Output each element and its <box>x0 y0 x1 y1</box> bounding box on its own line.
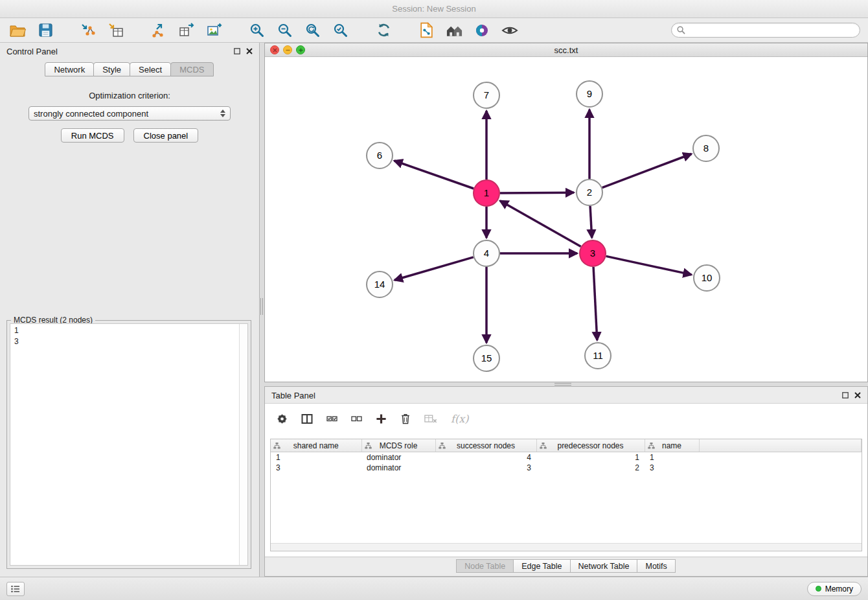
control-panel-title: Control Panel <box>6 47 58 56</box>
save-session-button[interactable] <box>36 21 55 40</box>
deselect-all-rows-button[interactable] <box>351 411 362 426</box>
style-brush-icon <box>474 23 490 38</box>
graph-edge-1-6[interactable] <box>394 161 474 189</box>
window-zoom-button[interactable] <box>296 45 305 54</box>
control-panel: Control Panel Network Style Select MCDS <box>0 43 260 577</box>
search-box[interactable] <box>671 23 860 38</box>
zoom-fit-button[interactable] <box>303 21 323 40</box>
table-horizontal-scrollbar[interactable] <box>271 543 862 551</box>
plus-icon <box>376 413 387 424</box>
function-builder-button[interactable]: f(x) <box>451 411 468 426</box>
memory-button[interactable]: Memory <box>807 582 862 596</box>
horizontal-splitter[interactable] <box>554 383 571 386</box>
run-mcds-button[interactable]: Run MCDS <box>61 128 124 143</box>
graph-edge-4-14[interactable] <box>394 257 474 280</box>
close-table-panel-button[interactable] <box>854 392 861 398</box>
network-canvas[interactable]: 7968124314101511 <box>265 57 867 382</box>
tab-mcds[interactable]: MCDS <box>170 62 213 76</box>
result-scrollbar[interactable] <box>239 324 247 565</box>
vertical-splitter[interactable] <box>260 298 263 315</box>
create-column-button[interactable] <box>376 411 387 426</box>
tab-node-table[interactable]: Node Table <box>456 559 514 573</box>
column-header-mcds-role[interactable]: MCDS role <box>361 439 435 452</box>
column-header-predecessor-nodes[interactable]: predecessor nodes <box>536 439 645 452</box>
graph-edge-3-11[interactable] <box>593 267 597 340</box>
application-window: Session: New Session <box>0 0 868 600</box>
apply-layout-button[interactable] <box>374 21 393 40</box>
column-type-icon <box>439 443 446 449</box>
table-panel-tabs: Node Table Edge Table Network Table Moti… <box>265 559 867 573</box>
delete-column-button[interactable] <box>400 411 411 426</box>
close-panel-action-button[interactable]: Close panel <box>133 128 199 143</box>
tab-edge-table[interactable]: Edge Table <box>513 559 570 573</box>
tab-network-table[interactable]: Network Table <box>570 559 638 573</box>
open-session-button[interactable] <box>8 21 27 40</box>
document-network-icon <box>419 22 434 38</box>
cell-predecessor-nodes[interactable]: 1 <box>536 452 645 463</box>
graph-node-label: 11 <box>593 350 603 361</box>
table-settings-button[interactable] <box>277 411 288 426</box>
table-row[interactable]: 1 dominator 4 1 1 <box>271 452 862 463</box>
zoom-selected-button[interactable] <box>331 21 350 40</box>
home-button[interactable] <box>444 21 464 40</box>
column-type-icon <box>365 443 372 449</box>
dropdown-stepper-icon <box>220 110 225 117</box>
tab-style[interactable]: Style <box>93 62 130 76</box>
column-header-name[interactable]: name <box>645 439 699 452</box>
graph-edge-1-2[interactable] <box>500 192 574 193</box>
cell-name[interactable]: 3 <box>645 463 699 473</box>
cell-successor-nodes[interactable]: 3 <box>435 463 536 473</box>
float-panel-button[interactable] <box>234 48 240 54</box>
graph-edge-3-1[interactable] <box>500 201 581 247</box>
apply-style-button[interactable] <box>472 21 492 40</box>
zoom-out-button[interactable] <box>275 21 295 40</box>
cell-predecessor-nodes[interactable]: 2 <box>536 463 645 473</box>
cell-successor-nodes[interactable]: 4 <box>435 452 536 463</box>
cell-mcds-role[interactable]: dominator <box>361 463 435 473</box>
status-menu-button[interactable] <box>6 582 25 596</box>
export-table-button[interactable] <box>177 21 196 40</box>
graph-edge-3-10[interactable] <box>606 256 692 275</box>
tab-select[interactable]: Select <box>130 62 171 76</box>
table-row[interactable]: 3 dominator 3 2 3 <box>271 463 862 473</box>
close-panel-button[interactable] <box>246 48 253 54</box>
import-table-button[interactable] <box>106 21 126 40</box>
cell-shared-name[interactable]: 1 <box>271 452 361 463</box>
cell-name[interactable]: 1 <box>645 452 699 463</box>
window-close-button[interactable] <box>270 45 279 54</box>
float-table-panel-button[interactable] <box>842 392 849 398</box>
export-network-button[interactable] <box>149 21 168 40</box>
criterion-dropdown-value: strongly connected component <box>34 109 148 119</box>
search-input[interactable] <box>689 26 854 35</box>
graph-edge-2-8[interactable] <box>602 154 692 188</box>
houses-icon <box>446 23 463 38</box>
search-icon <box>677 26 685 34</box>
control-panel-tabs: Network Style Select MCDS <box>0 62 259 76</box>
zoom-in-button[interactable] <box>247 21 267 40</box>
mcds-result-list[interactable]: 1 3 <box>10 323 248 566</box>
select-all-rows-button[interactable] <box>326 411 337 426</box>
tab-network[interactable]: Network <box>45 62 94 76</box>
delete-table-button[interactable] <box>424 411 437 426</box>
tab-motifs[interactable]: Motifs <box>637 559 675 573</box>
save-icon <box>38 23 53 38</box>
window-minimize-button[interactable] <box>283 45 292 54</box>
column-type-icon <box>273 443 280 449</box>
column-header-successor-nodes[interactable]: successor nodes <box>435 439 536 452</box>
cell-shared-name[interactable]: 3 <box>271 463 361 473</box>
export-image-button[interactable] <box>205 21 224 40</box>
eye-icon <box>501 23 518 38</box>
graph-node-label: 1 <box>484 187 489 198</box>
criterion-dropdown[interactable]: strongly connected component <box>29 106 231 121</box>
cell-mcds-role[interactable]: dominator <box>361 452 435 463</box>
visibility-button[interactable] <box>500 21 520 40</box>
columns-icon <box>301 413 313 424</box>
import-network-icon <box>80 23 96 38</box>
zoom-in-icon <box>249 23 265 38</box>
show-columns-button[interactable] <box>301 411 313 426</box>
graph-edge-2-3[interactable] <box>590 206 592 238</box>
import-network-button[interactable] <box>78 21 98 40</box>
graph-node-label: 8 <box>703 143 709 154</box>
network-from-selection-button[interactable] <box>417 21 436 40</box>
column-header-shared-name[interactable]: shared name <box>271 439 361 452</box>
